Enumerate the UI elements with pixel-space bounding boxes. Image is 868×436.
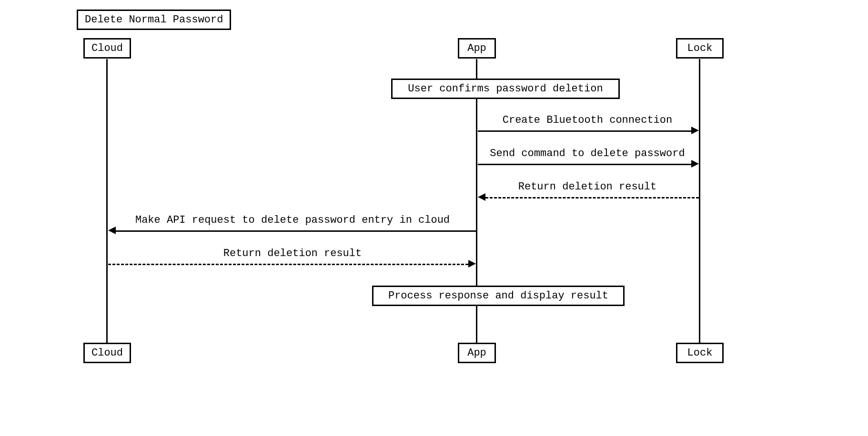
message-send-command-arrow [691, 160, 699, 168]
sequence-diagram: Delete Normal Password Cloud App Lock Us… [77, 10, 791, 381]
message-create-bluetooth-arrow [691, 127, 699, 134]
participant-cloud-bottom: Cloud [83, 343, 131, 363]
message-cloud-result-arrow [468, 260, 476, 268]
message-lock-result-label: Return deletion result [478, 181, 697, 193]
participant-lock-bottom: Lock [676, 343, 724, 363]
message-create-bluetooth-label: Create Bluetooth connection [478, 114, 697, 126]
message-send-command-line [478, 164, 691, 165]
message-api-request-line [116, 230, 476, 232]
message-cloud-result-label: Return deletion result [109, 248, 476, 259]
note-confirm: User confirms password deletion [391, 79, 620, 99]
message-create-bluetooth-line [478, 130, 691, 132]
participant-lock-top: Lock [676, 38, 724, 59]
message-api-request-label: Make API request to delete password entr… [109, 214, 476, 226]
message-lock-result-line [485, 197, 699, 198]
note-process: Process response and display result [372, 286, 625, 306]
message-cloud-result-line [108, 264, 468, 265]
message-send-command-label: Send command to delete password [478, 148, 697, 159]
message-lock-result-arrow [478, 193, 485, 201]
participant-app-top: App [458, 38, 496, 59]
participant-cloud-top: Cloud [83, 38, 131, 59]
participant-app-bottom: App [458, 343, 496, 363]
message-api-request-arrow [108, 227, 116, 234]
lifeline-cloud [106, 59, 108, 343]
diagram-title: Delete Normal Password [77, 10, 231, 30]
lifeline-lock [699, 59, 700, 343]
